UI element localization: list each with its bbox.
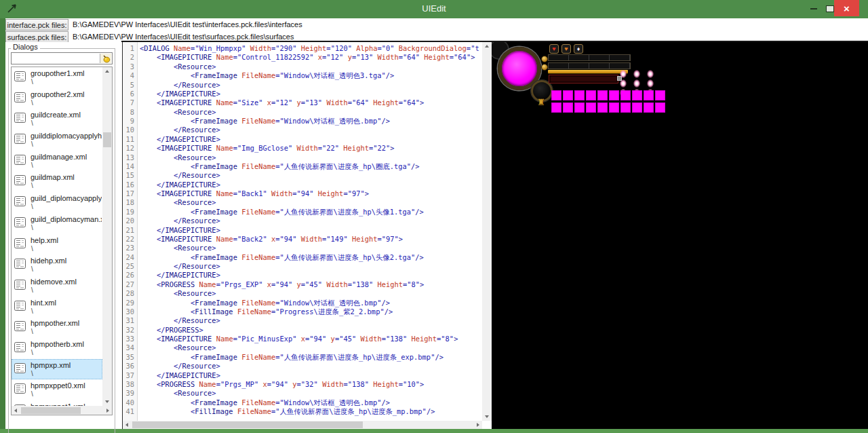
quickslot[interactable]	[644, 102, 654, 113]
code-line[interactable]: 27 <PROGRESS Name="Prgs_EXP" x="94" y="4…	[123, 280, 482, 289]
list-item[interactable]: hpmpxppet0.xml\	[12, 379, 102, 400]
quickslot[interactable]	[574, 102, 585, 113]
code-line[interactable]: 39 <Resource>	[123, 389, 482, 398]
quickslot[interactable]	[551, 90, 561, 100]
list-item[interactable]: guildcreate.xml\	[12, 109, 102, 130]
title-bar[interactable]: UIEdit ×	[0, 0, 868, 18]
code-line[interactable]: 13 <Resource>	[123, 153, 482, 162]
list-item[interactable]: hpmpxp.xml\	[12, 359, 102, 380]
editor-horizontal-scrollbar[interactable]	[123, 421, 482, 429]
list-item[interactable]: help.xml\	[12, 234, 102, 255]
quickslot[interactable]	[609, 90, 619, 100]
code-line[interactable]: 36 </Resource>	[123, 362, 482, 371]
scroll-right-icon[interactable]	[104, 406, 112, 415]
code-line[interactable]: 21 </IMAGEPICTURE>	[123, 226, 482, 235]
code-line[interactable]: 31 </Resource>	[123, 316, 482, 325]
code-line[interactable]: 32 </PROGRESS>	[123, 326, 482, 335]
code-line[interactable]: 29 <FrameImage FileName="Window\对话框_透明色.…	[123, 299, 482, 307]
scroll-left-icon[interactable]	[123, 421, 131, 429]
quickslot[interactable]	[644, 90, 654, 100]
code-line[interactable]: 18 <Resource>	[123, 198, 482, 207]
list-item[interactable]: groupother2.xml\	[12, 88, 102, 109]
list-item[interactable]: hidemove.xml\	[12, 276, 102, 297]
code-line[interactable]: 23 <Resource>	[123, 244, 482, 252]
ui-preview-canvas[interactable]: ♥♥♦ ♜	[492, 42, 868, 429]
scroll-up-icon[interactable]	[102, 67, 112, 75]
quickslot[interactable]	[563, 90, 573, 100]
code-line[interactable]: 4 <FrameImage FileName="Window\对话框_透明色3.…	[123, 71, 482, 80]
code-line[interactable]: 16 </IMAGEPICTURE>	[123, 181, 482, 189]
code-line[interactable]: 3 <Resource>	[123, 62, 482, 71]
quickslot[interactable]	[632, 102, 642, 113]
list-item[interactable]: hidehp.xml\	[12, 255, 102, 276]
code-line[interactable]: 10 </Resource>	[123, 126, 482, 134]
search-input[interactable]	[12, 54, 103, 63]
list-item[interactable]: hpmpxppet1.xml\	[12, 400, 102, 406]
code-line[interactable]: 2 <IMAGEPICTURE Name="Control_11822592" …	[123, 53, 482, 62]
code-line[interactable]: 1<DIALOG Name="Win_Hpmpxp" Width="290" H…	[123, 44, 482, 53]
code-line[interactable]: 19 <FrameImage FileName="人鱼传说新界面\进度条_hp\…	[123, 208, 482, 216]
code-line[interactable]: 40 <FrameImage FileName="Window\对话框_透明色.…	[123, 398, 482, 407]
editor-hscroll-thumb[interactable]	[132, 421, 363, 428]
interface-pck-button[interactable]: interface.pck files:	[5, 19, 68, 31]
scroll-left-icon[interactable]	[12, 406, 20, 415]
code-line[interactable]: 15 </Resource>	[123, 171, 482, 180]
list-item[interactable]: hint.xml\	[12, 297, 102, 318]
code-area[interactable]: 1<DIALOG Name="Win_Hpmpxp" Width="290" H…	[123, 44, 482, 419]
code-line[interactable]: 28 <Resource>	[123, 289, 482, 298]
code-line[interactable]: 9 <FrameImage FileName="Window\对话框_透明色.b…	[123, 117, 482, 126]
scroll-down-icon[interactable]	[482, 413, 492, 421]
quickslot[interactable]	[586, 102, 596, 113]
code-line[interactable]: 5 </Resource>	[123, 81, 482, 90]
list-item[interactable]: hpmpother.xml\	[12, 317, 102, 338]
code-line[interactable]: 30 <FillImage FileName="Progress\进度条_紫2_…	[123, 307, 482, 316]
list-item[interactable]: groupother1.xml\	[12, 67, 102, 88]
minimize-button[interactable]	[806, 1, 822, 16]
code-line[interactable]: 8 <Resource>	[123, 108, 482, 117]
scroll-down-icon[interactable]	[102, 398, 112, 406]
editor-vertical-scrollbar[interactable]	[482, 42, 492, 421]
code-line[interactable]: 25 </Resource>	[123, 262, 482, 271]
surfaces-pck-button[interactable]: surfaces.pck files:	[5, 31, 68, 43]
list-horizontal-scrollbar[interactable]	[12, 406, 112, 415]
code-line[interactable]: 35 <FrameImage FileName="人鱼传说新界面\进度条_hp\…	[123, 353, 482, 362]
code-line[interactable]: 14 <FrameImage FileName="人鱼传说新界面\进度条_hp\…	[123, 162, 482, 171]
code-line[interactable]: 22 <IMAGEPICTURE Name="Back2" x="94" Wid…	[123, 235, 482, 244]
list-item[interactable]: guildmap.xml\	[12, 171, 102, 192]
list-vertical-scrollbar[interactable]	[102, 67, 112, 406]
list-item[interactable]: guild_diplomacyapply.xml\	[12, 192, 102, 213]
quickslot[interactable]	[609, 102, 619, 113]
quickslot[interactable]	[620, 90, 631, 100]
list-item[interactable]: guilddiplomacyapplyhelp.xml\	[12, 130, 102, 151]
code-line[interactable]: 38 <PROGRESS Name="Prgs_MP" x="94" y="32…	[123, 380, 482, 389]
list-vscroll-thumb[interactable]	[103, 132, 111, 147]
quickslot[interactable]	[597, 90, 608, 100]
list-item[interactable]: hpmpotherb.xml\	[12, 338, 102, 359]
code-line[interactable]: 20 </Resource>	[123, 216, 482, 225]
list-item[interactable]: guild_diplomacyman.xml\	[12, 213, 102, 234]
code-line[interactable]: 41 <FillImage FileName="人鱼传说新界面\进度条_hp\进…	[123, 407, 482, 416]
code-line[interactable]: 37 </IMAGEPICTURE>	[123, 371, 482, 380]
quickslot[interactable]	[597, 102, 608, 113]
quickslot[interactable]	[563, 102, 573, 113]
quickslot[interactable]	[586, 90, 596, 100]
code-line[interactable]: 34 <Resource>	[123, 343, 482, 352]
code-line[interactable]: 11 </IMAGEPICTURE>	[123, 135, 482, 144]
code-line[interactable]: 24 <FrameImage FileName="人鱼传说新界面\进度条_hp\…	[123, 253, 482, 262]
code-line[interactable]: 7 <IMAGEPICTURE Name="Size" x="12" y="13…	[123, 98, 482, 107]
scroll-right-icon[interactable]	[474, 421, 482, 429]
close-button[interactable]: ×	[834, 0, 859, 16]
quickslot[interactable]	[574, 90, 585, 100]
quickslot[interactable]	[655, 102, 665, 113]
code-line[interactable]: 33 <IMAGEPICTURE Name="Pic_MinusExp" x="…	[123, 335, 482, 343]
quickslot[interactable]	[632, 90, 642, 100]
list-item[interactable]: guildmanage.xml\	[12, 151, 102, 172]
quickslot[interactable]	[551, 102, 561, 113]
quickslot[interactable]	[655, 90, 665, 100]
list-hscroll-thumb[interactable]	[21, 407, 81, 414]
code-line[interactable]: 12 <IMAGEPICTURE Name="Img_BGclose" Widt…	[123, 144, 482, 153]
quickslot[interactable]	[620, 102, 631, 113]
scroll-up-icon[interactable]	[482, 42, 492, 50]
code-line[interactable]: 26 </IMAGEPICTURE>	[123, 271, 482, 280]
code-line[interactable]: 6 </IMAGEPICTURE>	[123, 90, 482, 98]
